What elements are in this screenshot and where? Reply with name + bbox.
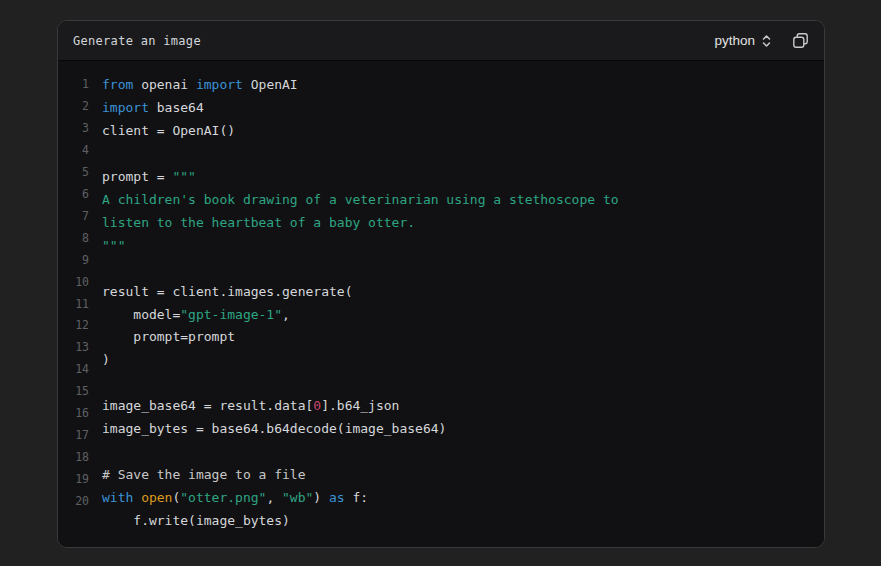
code-line <box>102 143 814 166</box>
line-number: 2 <box>72 96 89 118</box>
code-area: 1234567891011121314151617181920 from ope… <box>58 61 824 547</box>
code-line: f.write(image_bytes) <box>102 510 814 533</box>
line-number: 20 <box>72 491 89 513</box>
code-line: client = OpenAI() <box>102 120 814 143</box>
card-header: Generate an image python <box>58 21 824 61</box>
line-number: 15 <box>72 381 89 403</box>
code-line: with open("otter.png", "wb") as f: <box>102 487 814 510</box>
line-number: 6 <box>72 184 89 206</box>
line-number: 4 <box>72 140 89 162</box>
code-line: A children's book drawing of a veterinar… <box>102 189 814 212</box>
code-snippet-card: Generate an image python <box>57 20 825 548</box>
code-line: import base64 <box>102 97 814 120</box>
language-label: python <box>714 33 755 48</box>
code-line: result = client.images.generate( <box>102 281 814 304</box>
line-number: 8 <box>72 228 89 250</box>
line-number: 10 <box>72 272 89 294</box>
line-number-gutter: 1234567891011121314151617181920 <box>72 74 89 547</box>
copy-button[interactable] <box>792 32 809 49</box>
line-number: 1 <box>72 74 89 96</box>
code-line: listen to the heartbeat of a baby otter. <box>102 212 814 235</box>
line-number: 9 <box>72 250 89 272</box>
code-line: image_bytes = base64.b64decode(image_bas… <box>102 418 814 441</box>
line-number: 12 <box>72 315 89 337</box>
line-number: 19 <box>72 469 89 491</box>
snippet-title: Generate an image <box>73 34 201 48</box>
chevron-up-down-icon <box>761 34 772 48</box>
header-controls: python <box>714 32 809 49</box>
line-number: 16 <box>72 403 89 425</box>
line-number: 3 <box>72 118 89 140</box>
code-line: # Save the image to a file <box>102 464 814 487</box>
code-line: from openai import OpenAI <box>102 74 814 97</box>
language-selector[interactable]: python <box>714 33 772 48</box>
line-number: 11 <box>72 294 89 316</box>
line-number: 13 <box>72 337 89 359</box>
line-number: 17 <box>72 425 89 447</box>
code-line <box>102 258 814 281</box>
copy-icon <box>792 32 809 49</box>
line-number: 5 <box>72 162 89 184</box>
code-line: image_base64 = result.data[0].b64_json <box>102 395 814 418</box>
code-line: prompt=prompt <box>102 326 814 349</box>
line-number: 14 <box>72 359 89 381</box>
code-line <box>102 372 814 395</box>
code-line: model="gpt-image-1", <box>102 304 814 327</box>
code-line: prompt = """ <box>102 166 814 189</box>
line-number: 18 <box>72 447 89 469</box>
line-number: 7 <box>72 206 89 228</box>
code-line: ) <box>102 349 814 372</box>
code-line <box>102 441 814 464</box>
code-line: """ <box>102 235 814 258</box>
code-lines: from openai import OpenAIimport base64cl… <box>102 74 814 547</box>
